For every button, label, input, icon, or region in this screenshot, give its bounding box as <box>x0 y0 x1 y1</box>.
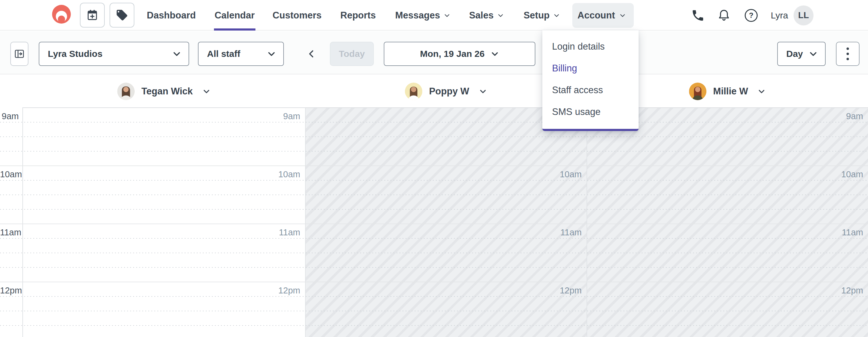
gutter-time-label: 9am <box>0 111 19 121</box>
gutter-time-label: 12pm <box>0 285 19 296</box>
kebab-icon <box>846 47 849 60</box>
bell-icon <box>717 8 731 22</box>
grid-line-minor <box>0 136 868 137</box>
phone-button[interactable] <box>690 8 706 23</box>
staff-name: Tegan Wick <box>141 86 193 97</box>
gutter-time-label: 10am <box>0 169 19 179</box>
nav-account[interactable]: Account <box>572 3 634 28</box>
nav-customers[interactable]: Customers <box>273 0 322 31</box>
time-label: 10am <box>560 169 582 179</box>
day-column-tegan[interactable]: 9am 10am 11am 12pm <box>22 107 305 337</box>
menu-item-sms-usage[interactable]: SMS usage <box>542 101 639 123</box>
nav-dashboard[interactable]: Dashboard <box>147 0 196 31</box>
calendar-toolbar: Lyra Studios All staff Today Mon, 19 Jan… <box>0 31 868 74</box>
menu-item-login-details[interactable]: Login details <box>542 36 639 58</box>
chevron-down-icon <box>444 12 451 19</box>
time-label: 11am <box>560 228 582 237</box>
topbar-right-cluster: ? Lyra LL <box>690 0 813 31</box>
chevron-down-icon <box>491 49 499 58</box>
grid-line-minor <box>0 122 868 123</box>
sidebar-toggle-button[interactable] <box>10 42 28 66</box>
nav-messages[interactable]: Messages <box>395 0 451 31</box>
new-sale-button[interactable] <box>110 3 134 28</box>
location-select[interactable]: Lyra Studios <box>39 42 189 66</box>
menu-item-billing[interactable]: Billing <box>542 58 639 79</box>
svg-text:?: ? <box>749 11 753 20</box>
staff-avatar <box>117 82 135 100</box>
chevron-down-icon <box>497 12 504 19</box>
new-booking-button[interactable] <box>80 3 105 28</box>
chevron-down-icon <box>758 88 766 95</box>
chevron-down-icon <box>172 49 181 58</box>
more-options-button[interactable] <box>836 42 860 66</box>
chevron-down-icon <box>619 12 626 19</box>
view-mode-select[interactable]: Day <box>777 42 826 66</box>
help-button[interactable]: ? <box>744 8 759 23</box>
chevron-down-icon <box>479 88 487 95</box>
grid-line-minor <box>0 252 868 253</box>
staff-avatar <box>689 82 706 100</box>
grid-line-minor <box>0 296 868 297</box>
notifications-button[interactable] <box>716 8 732 23</box>
menu-item-staff-access[interactable]: Staff access <box>542 79 639 101</box>
grid-line-minor <box>0 325 868 326</box>
nav-setup[interactable]: Setup <box>524 0 560 31</box>
time-label: 9am <box>846 111 863 121</box>
chevron-down-icon <box>267 49 276 58</box>
phone-icon <box>691 8 705 22</box>
primary-nav: Dashboard Calendar Customers Reports Mes… <box>147 0 634 31</box>
grid-line-minor <box>0 238 868 239</box>
grid-line-top <box>22 107 868 108</box>
staff-header-poppy[interactable]: Poppy W <box>405 75 487 107</box>
staff-avatar <box>405 82 423 100</box>
staff-header-tegan[interactable]: Tegan Wick <box>117 75 210 107</box>
day-column-millie-unavailable[interactable]: 9am 10am 11am 12pm <box>587 107 868 337</box>
previous-day-button[interactable] <box>305 42 318 66</box>
nav-reports[interactable]: Reports <box>340 0 376 31</box>
time-label: 10am <box>278 169 300 179</box>
staff-filter-select[interactable]: All staff <box>198 42 284 66</box>
chevron-down-icon <box>809 49 818 58</box>
user-avatar[interactable]: LL <box>794 5 813 25</box>
user-name: Lyra <box>771 10 788 21</box>
gutter-time-label: 11am <box>0 228 19 237</box>
account-menu: Login details Billing Staff access SMS u… <box>542 30 639 131</box>
nav-sales[interactable]: Sales <box>469 0 504 31</box>
chevron-down-icon <box>553 12 560 19</box>
top-nav-bar: Dashboard Calendar Customers Reports Mes… <box>0 0 868 31</box>
grid-line-minor <box>0 180 868 180</box>
today-button[interactable]: Today <box>330 42 374 66</box>
time-label: 12pm <box>560 285 582 296</box>
app-root: Dashboard Calendar Customers Reports Mes… <box>0 0 868 337</box>
grid-line-hour <box>0 224 868 224</box>
grid-line-minor <box>0 311 868 311</box>
time-label: 12pm <box>841 285 863 296</box>
grid-line-minor <box>0 195 868 195</box>
time-label: 11am <box>279 228 300 237</box>
expand-panel-icon <box>14 48 25 59</box>
calendar-plus-icon <box>86 8 99 22</box>
day-column-poppy-unavailable[interactable]: 9am 10am 11am 12pm <box>305 107 587 337</box>
help-icon: ? <box>744 7 759 23</box>
grid-line-minor <box>0 267 868 268</box>
time-label: 12pm <box>278 285 300 296</box>
grid-line-hour <box>0 166 868 166</box>
brand-logo-icon[interactable] <box>52 4 71 25</box>
staff-name: Poppy W <box>429 86 469 97</box>
grid-line-hour <box>0 282 868 282</box>
calendar-grid: 9am 10am 11am 12pm 9am 10am 11am 12pm 9a… <box>0 107 868 337</box>
grid-line-minor <box>0 209 868 210</box>
timely-logo-icon <box>52 4 71 25</box>
staff-header-millie[interactable]: Millie W <box>689 75 766 107</box>
nav-calendar[interactable]: Calendar <box>215 0 255 31</box>
date-picker-button[interactable]: Mon, 19 Jan 26 <box>384 42 535 66</box>
staff-header-row: Tegan Wick Poppy W <box>0 75 868 107</box>
grid-line-minor <box>0 151 868 151</box>
time-label: 11am <box>842 228 863 237</box>
chevron-down-icon <box>203 88 210 95</box>
staff-name: Millie W <box>713 86 748 97</box>
tag-icon <box>116 9 128 22</box>
chevron-left-icon <box>306 49 317 59</box>
time-label: 10am <box>841 169 863 179</box>
time-label: 9am <box>283 111 300 121</box>
